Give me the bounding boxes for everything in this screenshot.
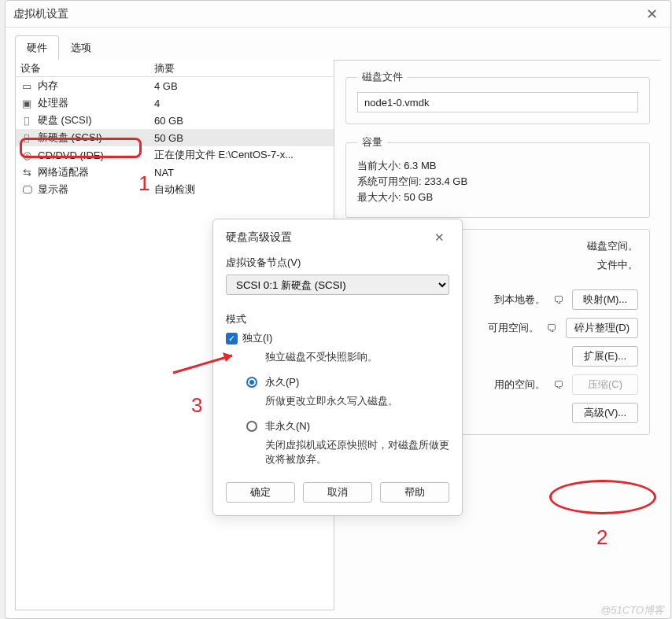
modal-button-row: 确定 取消 帮助: [226, 482, 449, 503]
device-row-display[interactable]: 🖵显示器 自动检测: [16, 181, 334, 198]
device-name: 网络适配器: [38, 165, 89, 179]
device-row-new-disk[interactable]: ⌷新硬盘 (SCSI) 50 GB: [16, 129, 334, 146]
persistent-hint: 所做更改立即永久写入磁盘。: [265, 394, 449, 408]
speech-icon: 🗨: [550, 379, 566, 391]
memory-icon: ▭: [20, 80, 33, 92]
device-list-header: 设备 摘要: [16, 60, 334, 77]
device-summary: 60 GB: [154, 115, 334, 127]
device-summary: 4 GB: [154, 80, 334, 92]
radio-off-icon: [246, 421, 257, 432]
titlebar: 虚拟机设置 ✕: [6, 1, 670, 28]
disk-file-legend: 磁盘文件: [357, 70, 408, 84]
device-summary: 4: [154, 98, 334, 109]
independent-label: 独立(I): [242, 331, 272, 345]
col-header-device: 设备: [20, 61, 154, 76]
independent-checkbox-row[interactable]: ✓ 独立(I): [226, 331, 449, 345]
tab-options[interactable]: 选项: [59, 35, 103, 60]
window-title: 虚拟机设置: [13, 7, 641, 21]
nonpersistent-label: 非永久(N): [265, 419, 310, 433]
device-summary: 正在使用文件 E:\CentOS-7-x...: [154, 148, 334, 162]
capacity-current: 当前大小: 6.3 MB: [357, 159, 638, 173]
capacity-legend: 容量: [357, 135, 387, 149]
defrag-button[interactable]: 碎片整理(D): [566, 318, 638, 338]
device-row-cpu[interactable]: ▣处理器 4: [16, 94, 334, 112]
device-name: 处理器: [38, 96, 68, 110]
tab-hardware[interactable]: 硬件: [15, 35, 59, 60]
persistent-radio-row[interactable]: 永久(P): [246, 375, 449, 389]
device-row-cddvd[interactable]: ◎CD/DVD (IDE) 正在使用文件 E:\CentOS-7-x...: [16, 146, 334, 164]
cancel-button[interactable]: 取消: [303, 482, 372, 503]
vnode-select[interactable]: SCSI 0:1 新硬盘 (SCSI): [226, 274, 449, 295]
capacity-group: 容量 当前大小: 6.3 MB 系统可用空间: 233.4 GB 最大大小: 5…: [345, 135, 650, 218]
capacity-max: 最大大小: 50 GB: [357, 190, 638, 204]
nonpersistent-radio-row[interactable]: 非永久(N): [246, 419, 449, 433]
radio-on-icon: [246, 377, 257, 388]
modal-title: 硬盘高级设置: [226, 230, 430, 245]
disk-file-group: 磁盘文件 node1-0.vmdk: [345, 70, 650, 124]
expand-button[interactable]: 扩展(E)...: [572, 346, 638, 367]
modal-titlebar: 硬盘高级设置 ✕: [226, 229, 449, 246]
vnode-label: 虚拟设备节点(V): [226, 256, 449, 270]
cpu-icon: ▣: [20, 98, 33, 109]
compact-button[interactable]: 压缩(C): [572, 374, 638, 395]
device-name: 新硬盘 (SCSI): [38, 131, 102, 145]
speech-icon: 🗨: [550, 294, 566, 306]
device-name: 硬盘 (SCSI): [38, 113, 92, 127]
device-summary: NAT: [154, 167, 334, 179]
speech-icon: 🗨: [544, 322, 559, 334]
checkbox-checked-icon: ✓: [226, 333, 238, 345]
help-button[interactable]: 帮助: [380, 482, 449, 503]
device-name: CD/DVD (IDE): [38, 149, 104, 161]
disk-advanced-dialog: 硬盘高级设置 ✕ 虚拟设备节点(V) SCSI 0:1 新硬盘 (SCSI) 模…: [212, 219, 463, 516]
close-icon[interactable]: ✕: [430, 229, 449, 246]
device-row-memory[interactable]: ▭内存 4 GB: [16, 77, 334, 94]
device-summary: 50 GB: [154, 132, 334, 144]
col-header-summary: 摘要: [154, 61, 334, 76]
mode-label: 模式: [226, 312, 449, 326]
nonpersistent-hint: 关闭虚拟机或还原快照时，对磁盘所做更改将被放弃。: [265, 438, 449, 466]
ok-button[interactable]: 确定: [226, 482, 295, 503]
map-button[interactable]: 映射(M)...: [572, 289, 638, 310]
display-icon: 🖵: [20, 184, 33, 196]
tab-strip: 硬件 选项: [6, 28, 670, 60]
advanced-button[interactable]: 高级(V)...: [572, 403, 638, 423]
cd-icon: ◎: [20, 149, 33, 161]
disk-icon: ⌷: [20, 132, 33, 144]
device-row-net[interactable]: ⇆网络适配器 NAT: [16, 164, 334, 181]
capacity-free: 系统可用空间: 233.4 GB: [357, 175, 638, 189]
close-icon[interactable]: ✕: [641, 4, 663, 24]
device-summary: 自动检测: [154, 182, 334, 197]
persistent-label: 永久(P): [265, 375, 299, 389]
disk-file-field[interactable]: node1-0.vmdk: [357, 92, 638, 112]
disk-icon: ⌷: [20, 115, 33, 127]
device-name: 显示器: [38, 182, 68, 197]
device-name: 内存: [38, 79, 58, 93]
net-icon: ⇆: [20, 167, 33, 179]
device-row-disk0[interactable]: ⌷硬盘 (SCSI) 60 GB: [16, 112, 334, 129]
independent-hint: 独立磁盘不受快照影响。: [265, 350, 449, 364]
watermark: @51CTO博客: [600, 603, 664, 617]
